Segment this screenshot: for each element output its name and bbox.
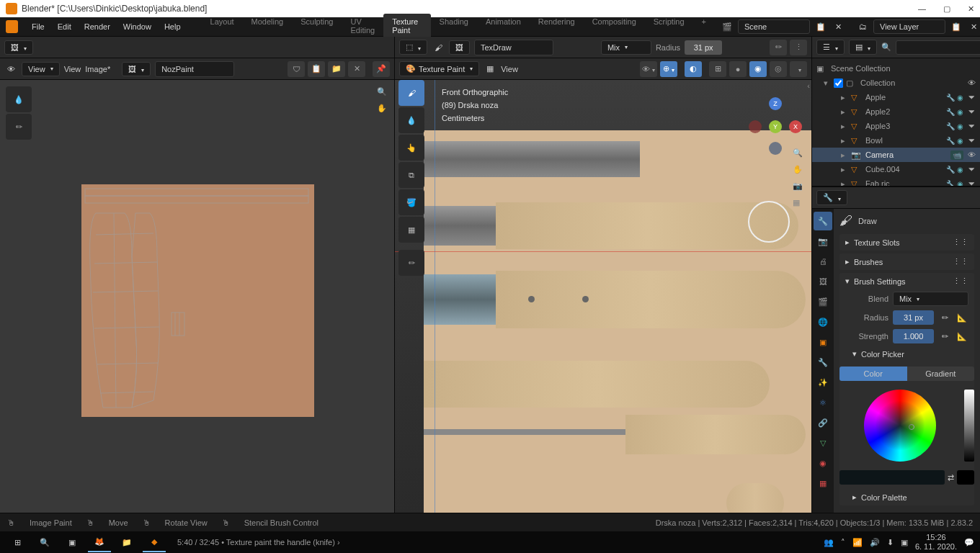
prop-tab-particles[interactable]: ✨ <box>814 373 832 392</box>
tab-animation[interactable]: Animation <box>477 14 530 40</box>
prop-tab-physics[interactable]: ⚛ <box>814 393 832 412</box>
pan-icon[interactable]: ✋ <box>377 104 387 113</box>
start-button[interactable]: ⊞ <box>6 532 29 552</box>
search-button[interactable]: 🔍 <box>33 532 56 552</box>
tool-clone[interactable]: ⧉ <box>398 162 424 188</box>
scene-collection-row[interactable]: ▣ Scene Collection <box>812 61 980 76</box>
image-fake-user-icon[interactable]: 🛡 <box>288 61 305 77</box>
shading-rendered-icon[interactable]: ◎ <box>770 61 787 77</box>
tool-mask[interactable]: ▦ <box>398 217 424 243</box>
paint-mask-icon[interactable]: ▦ <box>484 63 496 76</box>
taskview-button[interactable]: ▣ <box>61 532 84 552</box>
prop-tab-world[interactable]: 🌐 <box>814 313 832 331</box>
visibility-icon[interactable]: ⏷ <box>968 179 976 187</box>
prop-tab-output[interactable]: 🖨 <box>814 252 832 271</box>
close-button[interactable]: ✕ <box>968 4 974 14</box>
maximize-button[interactable]: ▢ <box>943 4 950 14</box>
collection-row[interactable]: ▾ ▢ Collection 👁 <box>812 76 980 90</box>
tool-soften[interactable]: 💧 <box>398 107 424 133</box>
expand-icon[interactable]: ▾ <box>824 78 834 88</box>
secondary-color-swatch[interactable] <box>957 470 974 485</box>
material-icon[interactable]: ◉ <box>957 94 963 102</box>
gizmo-x-axis[interactable]: X <box>789 120 802 133</box>
overlays-icon[interactable]: ⊕ <box>660 61 677 77</box>
clock-date[interactable]: 6. 11. 2020. <box>915 542 957 552</box>
tree-row[interactable]: ▸▽Apple🔧◉⏷ <box>812 90 980 104</box>
strength-unit-icon[interactable]: 📐 <box>956 330 968 343</box>
visibility-icon[interactable]: 👁 <box>968 150 976 159</box>
show-gizmo-icon[interactable]: 👁 <box>640 61 657 77</box>
dropbox-icon[interactable]: ⬇ <box>887 538 894 547</box>
menu-window[interactable]: Window <box>117 22 158 31</box>
tab-shading[interactable]: Shading <box>431 14 477 40</box>
minimize-button[interactable]: — <box>918 4 926 14</box>
language-icon[interactable]: ▣ <box>901 538 908 547</box>
outliner-type-dropdown[interactable]: ☰ <box>816 40 845 55</box>
collapse-icon[interactable]: ‹ <box>807 81 810 90</box>
camera-view-icon[interactable]: 📷 <box>793 181 803 191</box>
editor-type-dropdown[interactable]: 🖼 <box>4 40 33 55</box>
color-picker-dot[interactable] <box>909 424 914 430</box>
blend-mode-dropdown[interactable]: Mix <box>601 40 651 55</box>
visibility-icon[interactable]: ⏷ <box>968 122 976 130</box>
mode-dropdown[interactable]: 🎨 Texture Paint <box>399 61 479 76</box>
color-palette-header[interactable]: ▸Color Palette <box>839 489 974 505</box>
prop-tab-active-tool[interactable]: 🔧 <box>814 212 832 230</box>
scene-browse-icon[interactable]: 🎬 <box>721 20 734 33</box>
scene-delete-icon[interactable]: ✕ <box>832 20 845 33</box>
viewlayer-delete-icon[interactable]: ✕ <box>967 20 980 33</box>
modifier-icon[interactable]: 🔧 <box>946 166 955 174</box>
viewlayer-browse-icon[interactable]: 🗂 <box>856 20 869 33</box>
modifier-icon[interactable]: 🔧 <box>946 108 955 116</box>
tool-smear[interactable]: 👆 <box>398 135 424 161</box>
xray-icon[interactable]: ◐ <box>685 61 702 77</box>
color-tab-button[interactable]: Color <box>839 367 907 381</box>
menu-file[interactable]: File <box>25 22 51 31</box>
tab-sculpting[interactable]: Sculpting <box>292 14 342 40</box>
modifier-icon[interactable]: 🔧 <box>946 94 955 102</box>
color-wheel[interactable] <box>864 390 936 462</box>
image-pin-icon[interactable]: 📌 <box>373 61 390 77</box>
scene-new-icon[interactable]: 📋 <box>814 20 827 33</box>
texture-browse[interactable]: 🖼 <box>449 40 470 55</box>
tree-row[interactable]: ▸▽Apple2🔧◉⏷ <box>812 104 980 119</box>
tray-expand-icon[interactable]: ˄ <box>841 538 845 547</box>
value-slider[interactable] <box>964 390 974 462</box>
shading-wireframe-icon[interactable]: ⊞ <box>709 61 726 77</box>
shading-matcap-icon[interactable]: ◉ <box>749 61 767 77</box>
image-name-input[interactable] <box>155 61 234 77</box>
explorer-button[interactable]: 📁 <box>115 532 138 552</box>
prop-tab-material[interactable]: ◉ <box>814 454 832 472</box>
gradient-tab-button[interactable]: Gradient <box>907 367 975 381</box>
prop-tab-scene[interactable]: 🎬 <box>814 292 832 311</box>
people-icon[interactable]: 👥 <box>824 538 834 547</box>
tree-row[interactable]: ▸▽Apple3🔧◉⏷ <box>812 119 980 133</box>
menu-help[interactable]: Help <box>158 22 187 31</box>
visibility-icon[interactable]: 👁 <box>968 78 976 87</box>
tool-fill[interactable]: 🪣 <box>398 189 424 215</box>
modifier-icon[interactable]: 🔧 <box>946 137 955 145</box>
navigation-gizmo[interactable]: Z Y X <box>750 102 801 152</box>
viewlayer-name-input[interactable] <box>873 19 945 34</box>
wifi-icon[interactable]: 📶 <box>852 538 863 547</box>
prop-tab-texture[interactable]: ▦ <box>814 474 832 493</box>
image-new-icon[interactable]: 📋 <box>308 61 325 77</box>
blend-mode-select[interactable]: Mix <box>893 292 968 306</box>
properties-type-dropdown[interactable]: 🔧 <box>816 190 847 205</box>
image-unlink-icon[interactable]: ✕ <box>348 61 365 77</box>
volume-icon[interactable]: 🔊 <box>870 538 880 547</box>
brushes-header[interactable]: ▸Brushes⋮⋮ <box>839 253 974 270</box>
strength-input[interactable] <box>893 329 934 343</box>
prop-tab-modifier[interactable]: 🔧 <box>814 353 832 372</box>
prop-tab-data[interactable]: ▽ <box>814 433 832 452</box>
tab-add[interactable]: + <box>693 14 715 40</box>
modifier-icon[interactable]: 🔧 <box>946 122 955 130</box>
perspective-toggle-icon[interactable]: ▦ <box>793 198 803 207</box>
viewport-type-dropdown[interactable]: ⬚ <box>399 40 427 55</box>
tab-layout[interactable]: Layout <box>202 14 243 40</box>
modifier-icon[interactable]: 🔧 <box>946 180 955 188</box>
texdraw-input[interactable] <box>474 40 553 55</box>
tab-uv-editing[interactable]: UV Editing <box>342 14 383 40</box>
shading-options-icon[interactable] <box>790 61 807 77</box>
uv-canvas[interactable]: 🔍 ✋ <box>0 80 394 513</box>
